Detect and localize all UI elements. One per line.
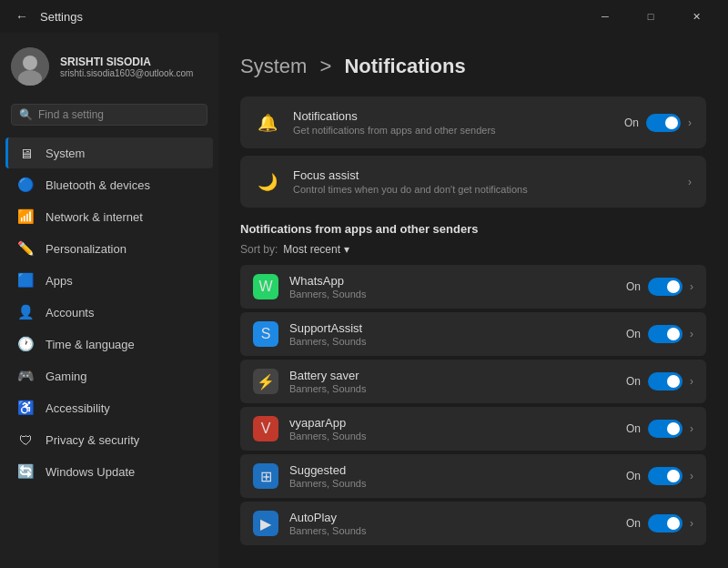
breadcrumb-current: Notifications: [344, 55, 465, 77]
app-name-vyapar: vyaparApp: [289, 416, 615, 430]
sidebar-label-accessibility: Accessibility: [46, 401, 110, 415]
search-input[interactable]: [38, 108, 199, 121]
sidebar-item-personalization[interactable]: ✏️ Personalization: [5, 233, 213, 264]
focus-assist-card[interactable]: 🌙 Focus assist Control times when you do…: [240, 156, 706, 208]
sidebar-item-privacy[interactable]: 🛡 Privacy & security: [5, 424, 213, 455]
titlebar-left: ← Settings: [11, 5, 83, 27]
toggle-label-notifications-card: On: [624, 117, 639, 129]
apps-section-title: Notifications from apps and other sender…: [240, 222, 706, 236]
app-detail-autoplay: Banners, Sounds: [289, 525, 615, 536]
main-layout: SRISHTI SISODIA srishti.sisodia1603@outl…: [0, 33, 728, 568]
notifications-card[interactable]: 🔔 Notifications Get notifications from a…: [240, 96, 706, 148]
app-chevron-vyapar: ›: [690, 422, 693, 435]
app-row-suggested[interactable]: ⊞ Suggested Banners, Sounds On ›: [240, 454, 706, 498]
sidebar-item-accessibility[interactable]: ♿ Accessibility: [5, 392, 213, 423]
app-toggle-label-vyapar: On: [626, 422, 641, 435]
sidebar-icon-gaming: 🎮: [16, 367, 35, 385]
app-toggle-label-supportassist: On: [626, 328, 641, 340]
sidebar-item-apps[interactable]: 🟦 Apps: [5, 265, 213, 296]
back-button[interactable]: ←: [11, 5, 33, 27]
app-detail-supportassist: Banners, Sounds: [289, 336, 615, 347]
app-right-autoplay: On ›: [626, 514, 693, 532]
titlebar: ← Settings ─ □ ✕: [0, 0, 728, 33]
app-icon-vyapar: V: [253, 416, 278, 441]
sidebar-item-gaming[interactable]: 🎮 Gaming: [5, 360, 213, 391]
app-detail-whatsapp: Banners, Sounds: [289, 289, 615, 299]
app-info-supportassist: SupportAssist Banners, Sounds: [289, 321, 615, 347]
toggle-notifications-card[interactable]: [646, 114, 681, 132]
sidebar-label-system: System: [46, 147, 85, 160]
user-section: SRISHTI SISODIA srishti.sisodia1603@outl…: [0, 33, 218, 96]
sidebar-icon-accessibility: ♿: [16, 399, 35, 417]
sidebar-item-update[interactable]: 🔄 Windows Update: [5, 456, 213, 487]
app-row-vyapar[interactable]: V vyaparApp Banners, Sounds On ›: [240, 407, 706, 451]
card-text-focus-assist-card: Focus assist Control times when you do a…: [293, 168, 675, 195]
sidebar-icon-time: 🕐: [16, 335, 35, 353]
sidebar-item-network[interactable]: 📶 Network & internet: [5, 201, 213, 232]
app-toggle-label-suggested: On: [626, 470, 641, 482]
minimize-button[interactable]: ─: [584, 3, 626, 30]
sidebar-item-accounts[interactable]: 👤 Accounts: [5, 297, 213, 328]
app-chevron-whatsapp: ›: [690, 280, 693, 293]
app-name-suggested: Suggested: [289, 463, 615, 477]
card-right-notifications-card: On ›: [624, 114, 692, 132]
app-name-battery-saver: Battery saver: [289, 369, 615, 382]
app-toggle-label-autoplay: On: [626, 517, 641, 530]
card-desc-notifications-card: Get notifications from apps and other se…: [293, 125, 612, 136]
search-box[interactable]: 🔍: [11, 104, 207, 126]
svg-point-1: [23, 56, 37, 70]
sort-dropdown[interactable]: Most recent ▾: [283, 243, 349, 256]
user-email: srishti.sisodia1603@outlook.com: [60, 68, 193, 78]
app-right-suggested: On ›: [626, 467, 693, 485]
app-toggle-vyapar[interactable]: [648, 420, 682, 438]
app-toggle-battery-saver[interactable]: [648, 372, 682, 390]
user-info: SRISHTI SISODIA srishti.sisodia1603@outl…: [60, 56, 193, 78]
sidebar-label-gaming: Gaming: [46, 370, 87, 383]
app-row-battery-saver[interactable]: ⚡ Battery saver Banners, Sounds On ›: [240, 360, 706, 403]
app-rows-container: W WhatsApp Banners, Sounds On › S Suppor…: [240, 265, 706, 545]
app-row-autoplay[interactable]: ▶ AutoPlay Banners, Sounds On ›: [240, 502, 706, 545]
card-text-notifications-card: Notifications Get notifications from app…: [293, 109, 612, 136]
sort-row: Sort by: Most recent ▾: [240, 243, 706, 256]
app-info-autoplay: AutoPlay Banners, Sounds: [289, 511, 615, 536]
app-chevron-supportassist: ›: [690, 328, 693, 340]
app-info-suggested: Suggested Banners, Sounds: [289, 463, 615, 489]
app-toggle-label-battery-saver: On: [626, 375, 641, 388]
sidebar-icon-update: 🔄: [16, 462, 35, 481]
sidebar-icon-personalization: ✏️: [16, 239, 35, 258]
sidebar-icon-accounts: 👤: [16, 303, 35, 321]
sidebar-item-bluetooth[interactable]: 🔵 Bluetooth & devices: [5, 169, 213, 200]
app-info-battery-saver: Battery saver Banners, Sounds: [289, 369, 615, 394]
window-controls: ─ □ ✕: [584, 3, 717, 30]
sidebar-label-privacy: Privacy & security: [46, 433, 139, 447]
sidebar-icon-system: 🖥: [16, 144, 35, 162]
app-icon-suggested: ⊞: [253, 463, 278, 489]
app-info-whatsapp: WhatsApp Banners, Sounds: [289, 274, 615, 299]
sidebar-label-personalization: Personalization: [46, 242, 126, 256]
user-name: SRISHTI SISODIA: [60, 56, 193, 68]
app-toggle-suggested[interactable]: [648, 467, 682, 485]
app-toggle-whatsapp[interactable]: [648, 278, 682, 296]
sidebar-item-time[interactable]: 🕐 Time & language: [5, 329, 213, 360]
sidebar-item-system[interactable]: 🖥 System: [5, 137, 213, 168]
maximize-button[interactable]: □: [630, 3, 672, 30]
sidebar-icon-network: 📶: [16, 208, 35, 226]
app-right-supportassist: On ›: [626, 325, 693, 343]
sidebar-label-apps: Apps: [46, 274, 73, 288]
app-row-supportassist[interactable]: S SupportAssist Banners, Sounds On ›: [240, 312, 706, 356]
close-button[interactable]: ✕: [675, 3, 717, 30]
app-toggle-label-whatsapp: On: [626, 280, 641, 293]
app-chevron-suggested: ›: [690, 470, 693, 482]
chevron-focus-assist-card: ›: [688, 176, 692, 188]
breadcrumb: System > Notifications: [240, 55, 706, 78]
card-icon-focus-assist-card: 🌙: [255, 169, 280, 195]
sidebar-label-network: Network & internet: [46, 210, 143, 224]
app-row-whatsapp[interactable]: W WhatsApp Banners, Sounds On ›: [240, 265, 706, 309]
sidebar-label-accounts: Accounts: [46, 306, 94, 320]
app-toggle-supportassist[interactable]: [648, 325, 682, 343]
app-toggle-autoplay[interactable]: [648, 514, 682, 532]
app-right-whatsapp: On ›: [626, 278, 693, 296]
app-name-autoplay: AutoPlay: [289, 511, 615, 524]
top-setting-cards: 🔔 Notifications Get notifications from a…: [240, 96, 706, 208]
app-title: Settings: [40, 10, 83, 24]
